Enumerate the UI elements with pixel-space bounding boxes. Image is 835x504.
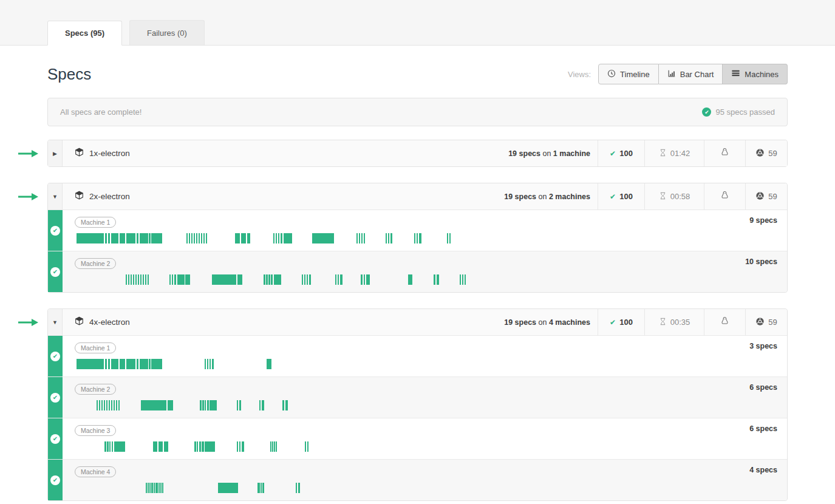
- spec-bar[interactable]: [309, 274, 311, 285]
- spec-bar[interactable]: [191, 233, 193, 243]
- spec-bar[interactable]: [267, 359, 271, 369]
- spec-bar[interactable]: [262, 400, 264, 410]
- spec-bar[interactable]: [158, 483, 160, 493]
- spec-bar[interactable]: [158, 441, 163, 452]
- spec-bar[interactable]: [274, 274, 281, 285]
- spec-bar[interactable]: [273, 233, 274, 243]
- spec-bar[interactable]: [302, 274, 303, 285]
- spec-bar[interactable]: [140, 274, 141, 285]
- spec-bar[interactable]: [114, 400, 115, 410]
- spec-bar[interactable]: [77, 359, 104, 369]
- spec-bar[interactable]: [307, 274, 308, 285]
- spec-bar[interactable]: [196, 233, 197, 243]
- spec-bar[interactable]: [101, 400, 103, 410]
- spec-bar[interactable]: [162, 483, 163, 493]
- spec-bar[interactable]: [390, 233, 392, 243]
- spec-bar[interactable]: [120, 359, 125, 369]
- timeline-view-button[interactable]: Timeline: [598, 64, 659, 84]
- spec-bar[interactable]: [126, 233, 135, 243]
- spec-bar[interactable]: [111, 233, 118, 243]
- spec-bar[interactable]: [307, 441, 308, 452]
- spec-group-header[interactable]: ▼ 4x-electron 19 specs on 4 machines ✔ 1…: [48, 309, 787, 335]
- machines-view-button[interactable]: Machines: [723, 64, 788, 84]
- bar-chart-view-button[interactable]: Bar Chart: [659, 64, 723, 84]
- spec-bar[interactable]: [465, 274, 466, 285]
- spec-bar[interactable]: [276, 441, 277, 452]
- spec-bar[interactable]: [257, 483, 260, 493]
- spec-bar[interactable]: [140, 233, 148, 243]
- spec-bar[interactable]: [364, 274, 365, 285]
- spec-bar[interactable]: [77, 233, 104, 243]
- spec-bar[interactable]: [237, 274, 242, 285]
- spec-bar[interactable]: [218, 483, 238, 493]
- spec-bar[interactable]: [199, 233, 200, 243]
- spec-bar[interactable]: [281, 233, 282, 243]
- spec-bar[interactable]: [177, 274, 185, 285]
- spec-bar[interactable]: [118, 400, 120, 410]
- spec-bar[interactable]: [149, 483, 151, 493]
- spec-bar[interactable]: [116, 400, 117, 410]
- spec-bar[interactable]: [264, 274, 265, 285]
- spec-bar[interactable]: [386, 233, 387, 243]
- spec-bar[interactable]: [174, 274, 176, 285]
- spec-bar[interactable]: [212, 359, 214, 369]
- spec-bar[interactable]: [419, 233, 421, 243]
- spec-bar[interactable]: [151, 483, 153, 493]
- spec-bar[interactable]: [417, 233, 418, 243]
- spec-bar[interactable]: [202, 400, 204, 410]
- spec-bar[interactable]: [247, 233, 250, 243]
- spec-bar[interactable]: [237, 400, 238, 410]
- spec-bar[interactable]: [104, 441, 106, 452]
- spec-bar[interactable]: [149, 359, 151, 369]
- spec-bar[interactable]: [111, 359, 118, 369]
- spec-bar[interactable]: [242, 441, 244, 452]
- spec-bar[interactable]: [114, 441, 125, 452]
- spec-bar[interactable]: [296, 483, 297, 493]
- spec-bar[interactable]: [199, 441, 201, 452]
- spec-bar[interactable]: [361, 274, 363, 285]
- spec-bar[interactable]: [210, 400, 217, 410]
- spec-bar[interactable]: [105, 233, 107, 243]
- spec-bar[interactable]: [131, 274, 132, 285]
- spec-bar[interactable]: [137, 359, 138, 369]
- spec-bar[interactable]: [186, 233, 188, 243]
- spec-bar[interactable]: [126, 274, 127, 285]
- spec-bar[interactable]: [105, 359, 107, 369]
- spec-bar[interactable]: [108, 359, 110, 369]
- spec-bar[interactable]: [140, 359, 148, 369]
- spec-bar[interactable]: [135, 274, 137, 285]
- spec-bar[interactable]: [205, 400, 206, 410]
- spec-bar[interactable]: [304, 274, 305, 285]
- spec-bar[interactable]: [164, 441, 168, 452]
- spec-bar[interactable]: [460, 274, 461, 285]
- spec-group-header[interactable]: ▼ 2x-electron 19 specs on 2 machines ✔ 1…: [48, 183, 787, 209]
- spec-bar[interactable]: [148, 274, 149, 285]
- spec-bar[interactable]: [388, 233, 389, 243]
- spec-bar[interactable]: [109, 400, 110, 410]
- spec-bar[interactable]: [312, 233, 334, 243]
- spec-bar[interactable]: [201, 233, 202, 243]
- spec-bar[interactable]: [128, 274, 129, 285]
- spec-bar[interactable]: [149, 233, 151, 243]
- spec-bar[interactable]: [194, 441, 196, 452]
- spec-bar[interactable]: [207, 359, 208, 369]
- spec-bar[interactable]: [359, 233, 360, 243]
- spec-bar[interactable]: [408, 274, 412, 285]
- spec-bar[interactable]: [449, 233, 451, 243]
- spec-bar[interactable]: [271, 274, 273, 285]
- spec-bar[interactable]: [340, 274, 343, 285]
- spec-bar[interactable]: [434, 274, 435, 285]
- spec-bar[interactable]: [284, 233, 292, 243]
- spec-bar[interactable]: [268, 274, 270, 285]
- spec-bar[interactable]: [239, 400, 241, 410]
- spec-bar[interactable]: [112, 441, 113, 452]
- spec-bar[interactable]: [104, 400, 105, 410]
- spec-bar[interactable]: [241, 233, 246, 243]
- spec-bar[interactable]: [272, 441, 273, 452]
- spec-bar[interactable]: [414, 233, 415, 243]
- expand-caret-button[interactable]: ▼: [48, 309, 63, 335]
- spec-bar[interactable]: [202, 441, 204, 452]
- spec-bar[interactable]: [366, 274, 370, 285]
- spec-bar[interactable]: [126, 359, 135, 369]
- spec-bar[interactable]: [266, 274, 268, 285]
